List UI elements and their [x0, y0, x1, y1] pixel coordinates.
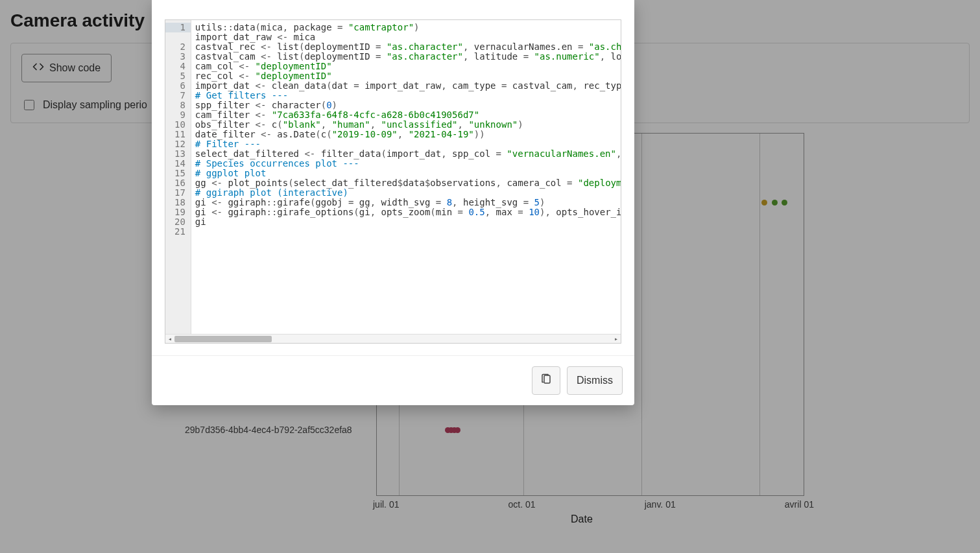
dismiss-button[interactable]: Dismiss [567, 366, 623, 395]
horizontal-scrollbar[interactable]: ◂ ▸ [165, 334, 621, 343]
clipboard-icon [540, 373, 552, 388]
scrollbar-thumb[interactable] [174, 336, 272, 342]
svg-rect-0 [544, 375, 550, 383]
dismiss-label: Dismiss [577, 375, 613, 386]
scroll-left-icon[interactable]: ◂ [165, 334, 174, 344]
code-editor[interactable]: 1 2 3 4 5 6 7 8 9 10 11 12 13 14 15 16 1… [165, 19, 621, 344]
modal-footer: Dismiss [152, 355, 634, 405]
code-modal: 1 2 3 4 5 6 7 8 9 10 11 12 13 14 15 16 1… [152, 0, 634, 405]
scroll-right-icon[interactable]: ▸ [612, 334, 621, 344]
code-gutter: 1 2 3 4 5 6 7 8 9 10 11 12 13 14 15 16 1… [165, 20, 191, 334]
code-lines[interactable]: utils::data(mica, package = "camtraptor"… [191, 20, 621, 334]
copy-button[interactable] [532, 366, 560, 395]
scrollbar-track[interactable] [174, 336, 612, 342]
